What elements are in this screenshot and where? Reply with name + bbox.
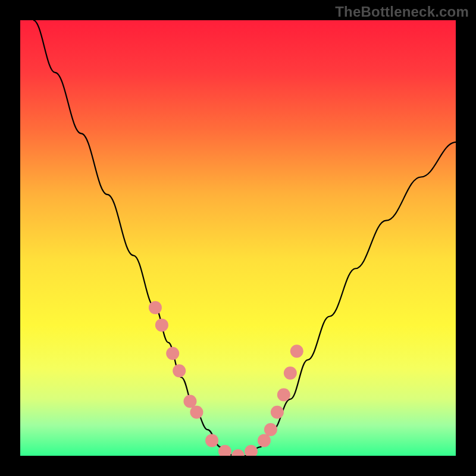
marker-dot — [264, 423, 277, 436]
bottleneck-curve — [33, 20, 456, 456]
plot-area — [20, 20, 456, 456]
marker-dot — [173, 364, 186, 377]
marker-dot — [290, 345, 303, 358]
watermark-text: TheBottleneck.com — [335, 4, 469, 20]
marker-dot — [245, 445, 258, 456]
marker-dot — [149, 301, 162, 314]
highlight-markers — [149, 301, 303, 456]
marker-dot — [284, 367, 297, 380]
chart-frame: TheBottleneck.com — [0, 0, 476, 476]
chart-svg — [20, 20, 456, 456]
marker-dot — [166, 347, 179, 360]
marker-dot — [190, 406, 203, 419]
marker-dot — [231, 449, 245, 456]
marker-dot — [183, 395, 196, 408]
marker-dot — [205, 434, 218, 447]
marker-dot — [277, 389, 290, 402]
marker-dot — [258, 434, 271, 447]
marker-dot — [155, 318, 168, 331]
marker-dot — [271, 406, 284, 419]
